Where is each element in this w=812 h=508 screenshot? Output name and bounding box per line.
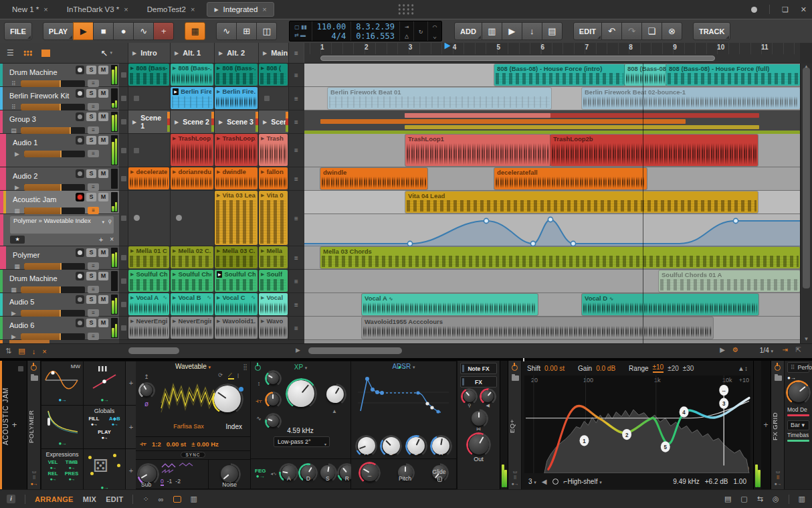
clip-play-icon[interactable]: ▶ — [173, 295, 176, 301]
lfo-modulator[interactable]: MW ●→ — [41, 361, 83, 405]
clip-slot[interactable]: ▶ dorianredu... — [171, 167, 215, 190]
solo-button[interactable]: S — [86, 319, 96, 327]
view-mix[interactable]: MIX — [83, 495, 96, 503]
solo-button[interactable]: S — [86, 272, 96, 280]
track-name[interactable]: Berlin Firework Kit — [9, 92, 69, 100]
drum-machine-toggle-icon[interactable]: ▦ — [185, 22, 205, 40]
add-modulator-button[interactable]: + — [126, 361, 136, 405]
clip-play-icon[interactable]: ▶ — [261, 169, 264, 175]
duplicate-icon[interactable]: ❏ — [641, 22, 662, 40]
arranger-clip[interactable]: Vocal D ∿ — [582, 294, 758, 315]
clip-play-icon[interactable]: ▶ — [217, 169, 220, 175]
mod-routing-icon[interactable]: ●→ — [41, 440, 83, 446]
clip-slot[interactable]: ▶ 808 (Bass-... — [215, 64, 259, 86]
device-header[interactable]: POLYMER ▭⠿●→ — [27, 361, 41, 489]
track-name[interactable]: Audio 6 — [9, 321, 34, 329]
mute-button[interactable]: M — [98, 319, 108, 327]
empty-clip-slot[interactable] — [128, 134, 171, 167]
clip-slot[interactable]: ▶ 808 (Bass-... — [171, 64, 215, 86]
track-options-button[interactable]: ≡ — [88, 126, 99, 134]
scroll-right-icon[interactable]: ▶ — [720, 346, 725, 353]
mod-routing-icon[interactable]: ●→ — [41, 397, 83, 403]
clip-play-icon[interactable]: ▶ — [217, 271, 222, 278]
out-level-knob[interactable] — [469, 434, 489, 454]
track-name[interactable]: Drum Machine — [9, 274, 58, 282]
add-device-button[interactable]: + — [2, 420, 27, 430]
record-button[interactable]: ● — [113, 22, 134, 40]
launcher-clip[interactable]: ▶ Soulful Cho... — [128, 270, 169, 292]
clip-slot[interactable]: ▶ NeverEngin... — [171, 317, 215, 339]
fx-button[interactable]: FX — [460, 376, 497, 388]
empty-clip-slot[interactable] — [171, 191, 215, 246]
play-icon[interactable]: ▶ — [132, 119, 136, 125]
browser-icon[interactable]: ▤ — [542, 22, 563, 40]
group-clip-strip[interactable] — [320, 119, 686, 124]
row-options-icon[interactable]: ≡ — [289, 64, 304, 86]
volume-slider[interactable] — [21, 286, 85, 293]
time-display[interactable]: 0:16.553 — [356, 31, 395, 41]
track-options-button[interactable]: ≡ — [88, 262, 99, 270]
track-header[interactable]: Audio 6 ▶ ≡ S M — [0, 317, 119, 340]
envelope-type-select[interactable]: ADSR ▾●→ — [351, 363, 456, 370]
add-modulator-button[interactable]: + — [126, 406, 136, 449]
solo-button[interactable]: S — [86, 112, 96, 121]
pin-icon[interactable]: ⚲ — [108, 218, 112, 226]
track-header[interactable]: Group 3 ▤ ≡ S M — [0, 110, 119, 134]
clip-play-icon[interactable]: ▶ — [261, 66, 264, 71]
volume-slider[interactable] — [24, 151, 85, 157]
track-header[interactable]: Acoustic Jam ▦ ≡ S M — [0, 191, 119, 214]
wavetable-display[interactable] — [160, 379, 217, 418]
resonance-knob[interactable] — [326, 386, 344, 403]
preset-browser-icon[interactable] — [31, 375, 38, 381]
close-tab-icon[interactable]: × — [43, 5, 47, 13]
arranger-track-lane[interactable]: TrashLoop1 TrashLoop2b — [304, 134, 800, 167]
launcher-clip[interactable]: ▶ Vita 0 — [259, 191, 288, 245]
row-options-icon[interactable]: ≡ — [289, 87, 304, 110]
solo-button[interactable]: S — [86, 193, 96, 201]
clip-slot[interactable]: ▶ TrashLoop1 — [171, 134, 215, 167]
mute-button[interactable]: M — [98, 295, 108, 304]
track-name[interactable]: Polymer — [13, 251, 39, 259]
record-arm-button[interactable] — [76, 136, 84, 145]
clip-slot[interactable]: ▶ Vocal — [259, 293, 289, 316]
stop-clips-button[interactable] — [119, 134, 128, 167]
volume-slider[interactable] — [21, 333, 85, 340]
record-arm-button[interactable] — [76, 89, 84, 98]
arranger-clip[interactable]: TrashLoop2b — [550, 135, 758, 166]
track-options-button[interactable]: ≡ — [88, 333, 99, 340]
clip-slot[interactable]: ▶ Wavoloid1... — [215, 317, 259, 339]
track-name[interactable]: Audio 1 — [13, 139, 37, 147]
track-header[interactable]: Audio 2 ▶ ≡ S M — [0, 167, 119, 191]
arranger-track-lane[interactable]: Vita 04 Lead — [304, 191, 800, 214]
solo-button[interactable]: S — [86, 66, 96, 74]
scene-column-alt2[interactable]: ▶Alt. 2 — [215, 43, 259, 63]
clip-slot[interactable]: ▶ 808 (Bass-... — [128, 64, 171, 86]
transport-mode-icons[interactable]: ▢ ▮▮⇄ ▬ — [290, 21, 312, 41]
position-display[interactable]: 8.3.2.39 — [356, 22, 395, 31]
track-name[interactable]: Audio 5 — [9, 298, 34, 306]
mute-button[interactable]: M — [98, 193, 108, 201]
clip-play-icon[interactable]: ▶ — [173, 319, 176, 324]
pitch-mode-icon[interactable]: ↥ — [144, 373, 149, 380]
track-header[interactable]: Drum Machine ⠿ ≡ S M — [0, 64, 119, 87]
range-30-button[interactable]: ±30 — [683, 365, 694, 372]
arranger-track-lane[interactable]: Mella 03 Chords — [304, 246, 800, 270]
clip-play-icon[interactable]: ▶ — [130, 66, 134, 71]
transport-display[interactable]: ▢ ▮▮⇄ ▬ 110.004/4 8.3.2.390:16.553 ⇥△ ↻ … — [289, 21, 442, 41]
track-options-button[interactable]: ≡ — [88, 150, 99, 157]
automation-curve-icon[interactable]: ∿ — [216, 22, 237, 40]
volume-slider[interactable] — [21, 127, 85, 134]
automation-link-icon[interactable]: ∞ — [159, 495, 164, 503]
clip-play-icon[interactable]: ▶ — [261, 193, 264, 198]
overdub-button[interactable]: + — [153, 22, 174, 40]
playhead[interactable] — [643, 64, 643, 343]
add-instrument-track-icon[interactable]: ▥ — [482, 22, 502, 40]
stop-all-column[interactable] — [119, 43, 128, 63]
stop-clips-button[interactable] — [119, 317, 128, 339]
clip-play-icon[interactable]: ▶ — [130, 272, 134, 277]
clip-slot[interactable]: ▶ Trash — [259, 134, 289, 167]
add-device-button[interactable]: + — [761, 361, 771, 489]
arranger-clip[interactable]: Soulful Chords 01 A — [659, 270, 800, 292]
semitone-value[interactable]: 0.00 st — [167, 440, 187, 448]
stop-button[interactable]: ■ — [93, 22, 114, 40]
